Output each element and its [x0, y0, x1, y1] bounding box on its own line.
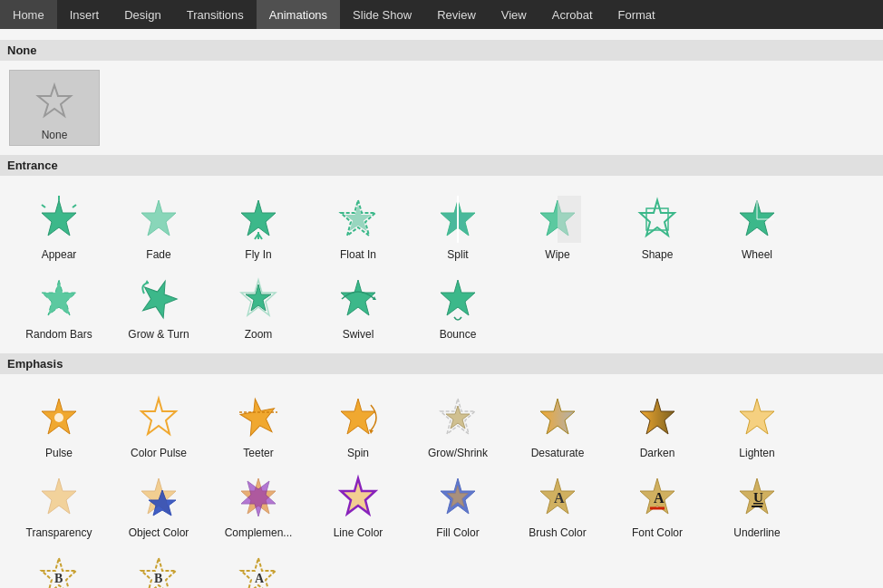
anim-swivel[interactable]: Swivel	[308, 266, 408, 346]
menu-acrobat[interactable]: Acrobat	[539, 0, 606, 29]
anim-lighten[interactable]: Lighten	[707, 385, 807, 465]
randombars-label: Random Bars	[25, 328, 92, 341]
anim-split[interactable]: Split	[408, 187, 508, 266]
anim-fade[interactable]: Fade	[109, 187, 209, 266]
animations-panel: None None Entrance App	[0, 29, 883, 588]
objectcolor-icon	[131, 470, 186, 525]
svg-marker-33	[369, 429, 374, 434]
svg-marker-19	[42, 280, 76, 315]
fontcolor-label: Font Color	[632, 526, 683, 539]
pulse-icon	[32, 390, 86, 445]
desaturate-icon	[530, 390, 585, 445]
spin-label: Spin	[347, 447, 369, 459]
svg-marker-39	[42, 478, 76, 514]
randombars-icon	[32, 272, 86, 326]
section-emphasis-header: Emphasis	[0, 353, 883, 374]
menu-insert[interactable]: Insert	[57, 0, 112, 29]
anim-darken[interactable]: Darken	[607, 385, 707, 465]
wipe-icon	[530, 192, 585, 246]
anim-desaturate[interactable]: Desaturate	[508, 385, 607, 465]
wave-icon: A	[231, 550, 286, 588]
anim-flyin[interactable]: Fly In	[209, 187, 308, 266]
split-icon	[431, 192, 485, 246]
linecolor-icon	[331, 470, 385, 525]
anim-objectcolor[interactable]: Object Color	[109, 465, 209, 545]
anim-wave[interactable]: A Wave	[209, 545, 308, 588]
anim-complementary[interactable]: Complemen...	[209, 465, 308, 545]
colorpulse-icon	[131, 390, 186, 445]
anim-fillcolor[interactable]: Fill Color	[408, 465, 508, 545]
svg-line-3	[73, 205, 76, 207]
anim-growshrink[interactable]: Grow/Shrink	[408, 385, 508, 465]
lighten-icon	[730, 390, 784, 445]
none-animation-item[interactable]: None	[9, 70, 100, 146]
anim-boldflash[interactable]: B Bold Flash	[9, 545, 109, 588]
appear-icon	[32, 192, 86, 246]
anim-appear[interactable]: Appear	[9, 187, 109, 266]
anim-underline[interactable]: U Underline	[707, 465, 807, 545]
svg-marker-38	[740, 399, 774, 434]
anim-spin[interactable]: Spin	[308, 385, 408, 465]
fade-icon	[131, 192, 186, 246]
anim-teeter[interactable]: Teeter	[209, 385, 308, 465]
svg-marker-30	[238, 396, 278, 437]
fillcolor-label: Fill Color	[436, 526, 479, 539]
swivel-icon	[331, 272, 385, 326]
flyin-icon	[231, 192, 286, 246]
menu-animations[interactable]: Animations	[257, 0, 340, 29]
anim-colorpulse[interactable]: Color Pulse	[109, 385, 209, 465]
spin-icon	[331, 390, 385, 445]
anim-zoom[interactable]: Zoom	[209, 266, 308, 346]
anim-brushcolor[interactable]: A Brush Color	[508, 465, 607, 545]
anim-fontcolor[interactable]: A Font Color	[607, 465, 707, 545]
svg-text:B: B	[54, 572, 63, 585]
anim-growturn[interactable]: Grow & Turn	[109, 266, 209, 346]
shape-icon	[630, 192, 684, 246]
boldreveal-icon: B	[131, 550, 186, 588]
pulse-label: Pulse	[45, 447, 73, 459]
svg-marker-20	[137, 275, 181, 320]
svg-rect-13	[558, 196, 581, 243]
menu-design[interactable]: Design	[112, 0, 173, 29]
anim-bounce[interactable]: Bounce	[408, 266, 508, 346]
anim-wipe[interactable]: Wipe	[508, 187, 607, 266]
complementary-label: Complemen...	[225, 526, 293, 539]
anim-boldreveal[interactable]: B Bold Reveal	[109, 545, 209, 588]
wheel-icon	[730, 192, 784, 246]
anim-shape[interactable]: Shape	[607, 187, 707, 266]
growturn-icon	[131, 272, 186, 326]
menu-format[interactable]: Format	[606, 0, 668, 29]
menu-review[interactable]: Review	[424, 0, 489, 29]
svg-marker-24	[341, 280, 375, 315]
complementary-icon	[231, 470, 286, 525]
entrance-grid: Appear Fade Fly In	[9, 179, 874, 350]
menu-home[interactable]: Home	[0, 0, 57, 29]
split-label: Split	[447, 248, 468, 261]
anim-randombars[interactable]: Random Bars	[9, 266, 109, 346]
anim-pulse[interactable]: Pulse	[9, 385, 109, 465]
menu-transitions[interactable]: Transitions	[174, 0, 257, 29]
anim-transparency[interactable]: Transparency	[9, 465, 109, 545]
anim-linecolor[interactable]: Line Color	[308, 465, 408, 545]
bounce-label: Bounce	[440, 328, 477, 341]
menu-slideshow[interactable]: Slide Show	[340, 0, 424, 29]
growturn-label: Grow & Turn	[128, 328, 189, 341]
wipe-label: Wipe	[545, 248, 569, 261]
anim-floatin[interactable]: Float In	[308, 187, 408, 266]
boldflash-icon: B	[32, 550, 86, 588]
flyin-label: Fly In	[245, 248, 271, 261]
svg-text:B: B	[154, 572, 162, 585]
menu-view[interactable]: View	[489, 0, 539, 29]
brushcolor-icon: A	[530, 470, 585, 525]
anim-wheel[interactable]: Wheel	[707, 187, 807, 266]
desaturate-label: Desaturate	[531, 447, 585, 459]
fade-label: Fade	[146, 248, 170, 261]
svg-marker-26	[441, 280, 475, 315]
section-entrance-header: Entrance	[0, 155, 883, 176]
teeter-icon	[231, 390, 286, 445]
svg-marker-1	[42, 200, 76, 236]
transparency-label: Transparency	[26, 526, 92, 539]
growshrink-label: Grow/Shrink	[428, 447, 488, 459]
svg-text:U: U	[753, 490, 763, 505]
svg-text:A: A	[554, 490, 565, 506]
